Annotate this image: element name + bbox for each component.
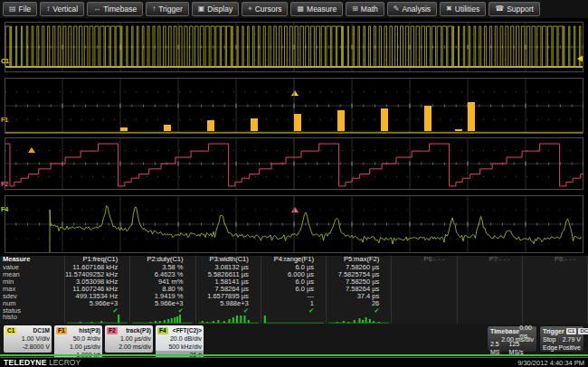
menu-support[interactable]: ☎Support — [488, 2, 540, 16]
trigger-source-badge: C1 — [566, 328, 577, 334]
channel-badge-f1: F1 — [56, 327, 67, 334]
oscilloscope-screen: ▤File↕Vertical↔Timebase↑Trigger▣Display⌖… — [0, 0, 588, 367]
brand-lecroy: LECROY — [49, 358, 81, 367]
panel-f4[interactable] — [5, 195, 583, 253]
datetime-display: 9/30/2012 4:40:34 PM — [517, 359, 584, 367]
measure-cell-p8-min — [523, 278, 588, 286]
measure-cell-p2-num: 5.966e+3 — [130, 300, 195, 307]
descriptor-line: 500 kHz/div — [156, 343, 204, 351]
timebase-box[interactable]: Timebase 0.00 ms 2.00 ms/div 2.5 MS 125 … — [487, 325, 537, 353]
separator-line — [0, 354, 588, 356]
analysis-icon: ✎ — [394, 5, 400, 13]
histo-cell-p7 — [458, 314, 523, 324]
channel-label-f4[interactable]: F4 — [1, 206, 8, 213]
status-check-p7 — [458, 307, 523, 314]
descriptor-header: C1DC1M — [4, 325, 52, 334]
measure-cell-p4-max: 6.0 µs — [261, 286, 327, 293]
menu-math[interactable]: ⊞Math — [346, 2, 384, 16]
measure-cell-p8-max — [523, 286, 588, 293]
status-check-p3: ✔ — [196, 307, 261, 314]
measure-cell-p1-min: 3.053098 kHz — [65, 278, 130, 286]
menu-timebase[interactable]: ↔Timebase — [87, 2, 143, 16]
descriptor-header: F2track(P3) — [105, 325, 153, 334]
measure-cell-p3-sdev: 1.6577895 µs — [196, 293, 261, 300]
measure-cell-p3-max: 7.58264 µs — [196, 286, 261, 293]
channel-badge-f4: F4 — [157, 327, 168, 334]
menu-analysis[interactable]: ✎Analysis — [387, 2, 437, 16]
measure-cell-p3-mean: 5.5826611 µs — [196, 271, 261, 278]
measure-col-header-p5[interactable]: P5:max(F2) — [327, 256, 392, 264]
measure-cell-p1-value: 11.607168 kHz — [65, 264, 130, 271]
timebase-rate: 125 MS/s — [509, 340, 534, 356]
measure-col-header-p4[interactable]: P4:range(F1) — [261, 256, 327, 264]
menu-vertical[interactable]: ↕Vertical — [40, 2, 84, 16]
math-icon: ⊞ — [352, 5, 358, 13]
status-check-p5: ✔ — [327, 307, 392, 314]
menu-cursors[interactable]: ⌖Cursors — [242, 2, 288, 16]
status-check-p1: ✔ — [65, 307, 130, 314]
measure-col-header-p7[interactable]: P7:- - - — [458, 256, 523, 264]
panel-f2[interactable] — [5, 137, 583, 190]
vertical-icon: ↕ — [46, 5, 50, 13]
measure-cell-p8-mean — [523, 271, 588, 278]
measure-cell-p5-value: 7.58260 µs — [327, 264, 392, 271]
measure-cell-p6-sdev — [392, 293, 457, 300]
trigger-box[interactable]: Trigger C1 DC Stop 2.79 V Edge Positive — [539, 325, 584, 353]
trigger-type: Edge — [543, 343, 557, 352]
descriptor-line: 50.0 #/div — [54, 334, 102, 343]
menu-bar: ▤File↕Vertical↔Timebase↑Trigger▣Display⌖… — [0, 0, 588, 18]
measure-col-header-p8[interactable]: P8:- - - — [523, 256, 588, 264]
measure-col-header-p1[interactable]: P1:freq(C1) — [65, 256, 130, 264]
menu-file[interactable]: ▤File — [3, 2, 37, 16]
descriptor-line: 1.00 µs/div — [54, 343, 102, 351]
measure-col-header-p6[interactable]: P6:- - - — [392, 256, 457, 264]
measure-cell-p5-num: 26 — [327, 300, 392, 307]
measure-cell-p4-sdev: --- — [261, 293, 327, 300]
menu-utilities[interactable]: ✖Utilities — [440, 2, 486, 16]
measure-title: Measure — [0, 256, 65, 264]
channel-label-c1[interactable]: C1 — [1, 58, 9, 65]
measure-cell-p2-mean: 6.4623 % — [130, 271, 195, 278]
channel-label-f2[interactable]: F2 — [1, 181, 8, 188]
measure-cell-p2-value: 3.58 % — [130, 264, 195, 271]
trigger-mode: Stop — [543, 335, 555, 343]
histo-cell-p3 — [196, 314, 261, 324]
status-check-p6 — [392, 307, 457, 314]
measure-cell-p8-sdev — [523, 293, 588, 300]
descriptor-line: 20.0 dB/div — [156, 334, 204, 343]
measure-cell-p7-mean — [458, 271, 523, 278]
menu-display[interactable]: ▣Display — [192, 2, 239, 16]
support-icon: ☎ — [495, 5, 504, 13]
measure-col-header-p2[interactable]: P2:duty(C1) — [130, 256, 195, 264]
menu-label: Timebase — [103, 5, 137, 14]
histo-cell-p4 — [261, 314, 327, 324]
descriptor-line: -2.8000 V — [4, 343, 52, 351]
histo-cell-p1 — [65, 314, 130, 324]
measure-cell-p1-num: 5.966e+3 — [65, 300, 130, 307]
histo-cell-p8 — [523, 314, 588, 324]
descriptor-f2[interactable]: F2track(P3)1.00 µs/div2.00 ms/div — [105, 325, 153, 353]
channel-label-f1[interactable]: F1 — [1, 117, 8, 124]
measure-cell-p8-value — [523, 264, 588, 271]
menu-measure[interactable]: ▦Measure — [290, 2, 343, 16]
panel-c1[interactable] — [5, 22, 583, 72]
descriptor-c1[interactable]: C1DC1M1.00 V/div-2.8000 V — [4, 325, 52, 353]
panel-f1[interactable] — [5, 78, 583, 134]
menu-trigger[interactable]: ↑Trigger — [146, 2, 189, 16]
measure-cell-p1-sdev: 499.13534 Hz — [65, 293, 130, 300]
histo-cell-p6 — [392, 314, 457, 324]
measure-cell-p6-mean — [392, 271, 457, 278]
measure-col-header-p3[interactable]: P3:width(C1) — [196, 256, 261, 264]
measure-cell-p3-num: 5.988e+3 — [196, 300, 261, 307]
measure-cell-p6-num — [392, 300, 457, 307]
utilities-icon: ✖ — [446, 5, 452, 13]
descriptor-header: F1hist(P3) — [54, 325, 102, 334]
waveform-area: C1F1F2F4 — [0, 18, 588, 256]
status-check-p2: ✔ — [130, 307, 195, 314]
measure-cell-p2-min: 941 m% — [130, 278, 195, 286]
status-bar: TELEDYNE LECROY 9/30/2012 4:40:34 PM — [0, 358, 588, 367]
measure-row-label-num: num — [0, 300, 65, 307]
menu-label: Trigger — [158, 5, 183, 14]
measure-row-label-value: value — [0, 264, 65, 271]
measure-cell-p6-max — [392, 286, 457, 293]
